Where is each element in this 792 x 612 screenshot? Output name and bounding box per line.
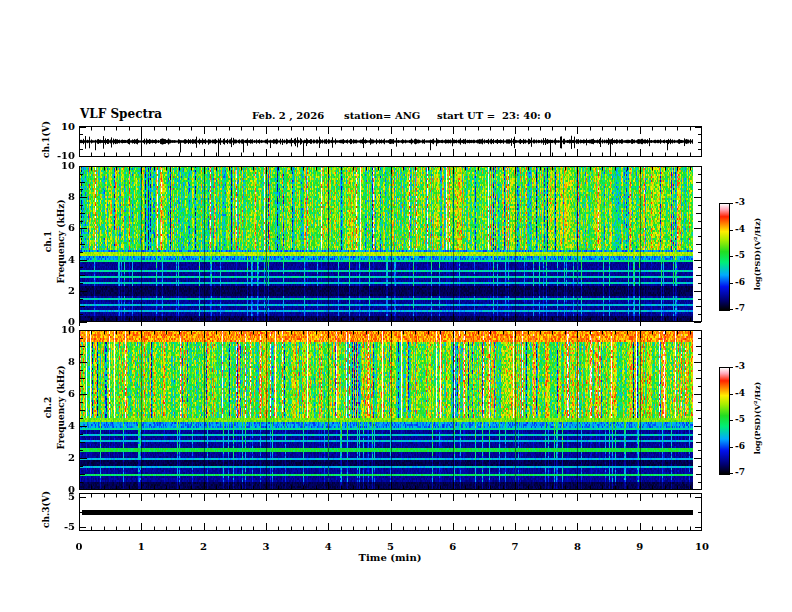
y-tick-label: 10	[40, 324, 75, 335]
colorbar-tick-label: -3	[735, 362, 745, 372]
x-tick-label: 7	[503, 541, 527, 552]
colorbar-tick	[729, 203, 733, 204]
y-tick-label: 10	[40, 121, 75, 132]
colorbar-tick	[729, 473, 733, 474]
colorbar-tick	[729, 256, 733, 257]
station-label: station= ANG	[344, 110, 420, 121]
colorbar-spec2-label: log(PSD)(V²/Hz)	[753, 363, 761, 473]
y-tick-label: 4	[40, 254, 75, 265]
y-tick-label: 6	[40, 222, 75, 233]
colorbar-tick	[729, 447, 733, 448]
x-tick-label: 10	[690, 541, 714, 552]
vlf-spectra-figure: VLF Spectra Feb. 2 , 2026 station= ANG s…	[0, 0, 792, 612]
y-tick-label: 8	[40, 191, 75, 202]
y-tick-label: 4	[40, 420, 75, 431]
x-tick-label: 2	[192, 541, 216, 552]
ch1-spectrogram-canvas	[79, 166, 702, 327]
colorbar-tick	[729, 420, 733, 421]
colorbar-tick-label: -7	[735, 304, 745, 314]
y-tick-label: 2	[40, 452, 75, 463]
colorbar-tick	[729, 367, 733, 368]
colorbar-tick-label: -5	[735, 415, 745, 425]
colorbar-tick-label: -7	[735, 468, 745, 478]
x-tick-label: 3	[254, 541, 278, 552]
colorbar-tick-label: -4	[735, 389, 745, 399]
x-tick-label: 4	[316, 541, 340, 552]
y-tick-label: 6	[40, 388, 75, 399]
y-tick-label: 5	[40, 491, 75, 502]
x-tick-label: 0	[67, 541, 91, 552]
colorbar-tick-label: -5	[735, 251, 745, 261]
colorbar-tick	[729, 230, 733, 231]
time-axis-label: Time (min)	[350, 552, 430, 563]
colorbar-tick	[729, 283, 733, 284]
y-tick-label: -10	[40, 150, 75, 161]
colorbar-tick-label: -4	[735, 225, 745, 235]
colorbar-spec1-label: log(PSD)(V²/Hz)	[753, 199, 761, 309]
start-ut-label: start UT = 23: 40: 0	[437, 110, 551, 121]
ch1-waveform-canvas	[79, 126, 702, 157]
y-tick-label: 10	[40, 160, 75, 171]
ch2-spectrogram-canvas	[79, 330, 702, 490]
page-title: VLF Spectra	[80, 108, 162, 121]
x-tick-label: 9	[628, 541, 652, 552]
date-label: Feb. 2 , 2026	[252, 110, 324, 121]
y-tick-label: -5	[40, 521, 75, 532]
colorbar-tick-label: -6	[735, 442, 745, 452]
x-tick-label: 5	[379, 541, 403, 552]
colorbar-spec1	[719, 203, 730, 311]
colorbar-spec2	[719, 367, 730, 475]
colorbar-tick-label: -3	[735, 198, 745, 208]
colorbar-tick	[729, 394, 733, 395]
colorbar-tick	[729, 309, 733, 310]
colorbar-tick-label: -6	[735, 278, 745, 288]
x-tick-label: 1	[129, 541, 153, 552]
y-tick-label: 8	[40, 356, 75, 367]
x-tick-label: 6	[441, 541, 465, 552]
ch3-waveform-canvas	[79, 493, 702, 531]
x-tick-label: 8	[565, 541, 589, 552]
y-tick-label: 2	[40, 285, 75, 296]
